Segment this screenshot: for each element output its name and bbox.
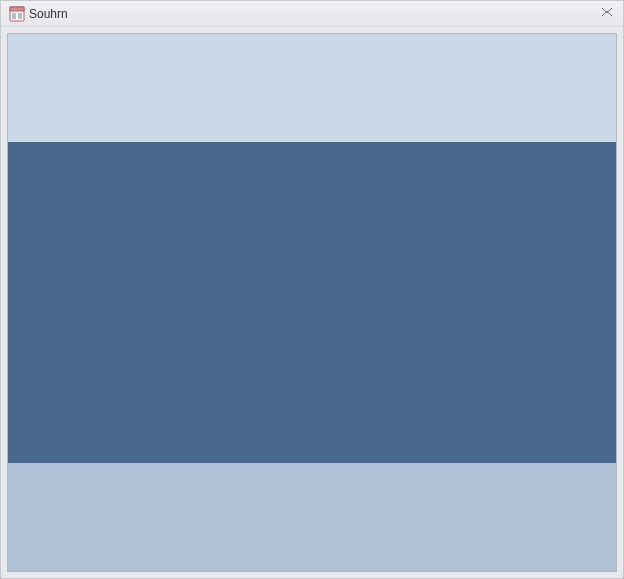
- window: Souhrn: [1, 1, 623, 578]
- content-frame: [7, 33, 617, 572]
- titlebar[interactable]: Souhrn: [1, 1, 623, 27]
- close-icon: [601, 6, 613, 20]
- client-area: [1, 27, 623, 578]
- svg-rect-1: [10, 7, 24, 11]
- window-title: Souhrn: [29, 7, 68, 21]
- form-detail-band: [8, 142, 616, 463]
- close-button[interactable]: [597, 5, 617, 21]
- form-header-band: [8, 34, 616, 142]
- form-icon: [9, 6, 25, 22]
- form-footer-band: [8, 463, 616, 571]
